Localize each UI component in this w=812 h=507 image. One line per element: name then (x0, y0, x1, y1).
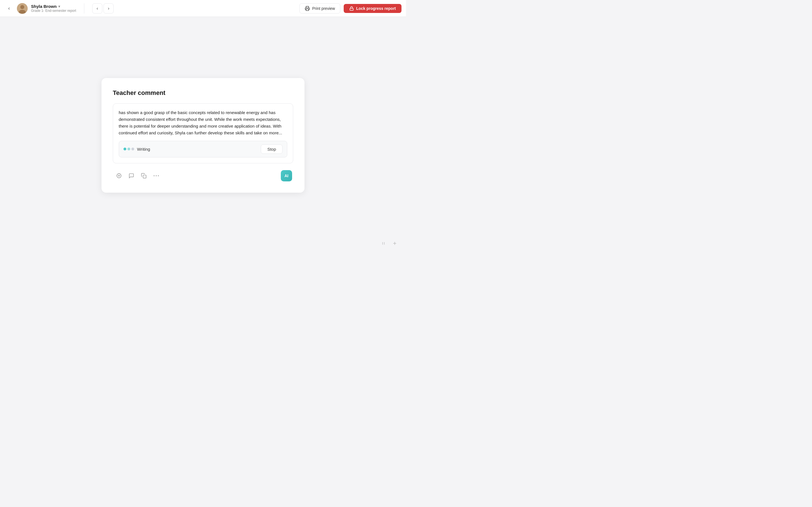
printer-icon (305, 6, 310, 11)
nav-next-button[interactable]: › (103, 3, 114, 13)
main-content: Teacher comment has shown a good grasp o… (0, 17, 406, 253)
lock-report-button[interactable]: Lock progress report (344, 4, 402, 13)
dot-2 (128, 148, 130, 151)
nav-prev-button[interactable]: ‹ (92, 3, 102, 13)
svg-rect-8 (143, 175, 146, 178)
student-name-text: Shyla Brown (31, 4, 57, 9)
comment-text: has shown a good grasp of the basic conc… (119, 109, 287, 136)
writing-label: Writing (137, 147, 150, 152)
bottom-bar (379, 239, 399, 248)
comment-button[interactable] (126, 171, 137, 181)
student-info: Shyla Brown ▾ Grade 1- End-semester repo… (31, 4, 76, 13)
student-name: Shyla Brown ▾ (31, 4, 76, 9)
avatar-image (17, 3, 28, 14)
svg-point-10 (156, 175, 156, 176)
header-left: ‹ Shyla Brown ▾ Grade 1- End-semester re… (4, 3, 299, 14)
writing-status-bar: Writing Stop (119, 141, 287, 158)
writing-status-left: Writing (123, 147, 150, 152)
print-preview-label: Print preview (312, 6, 335, 11)
ai-badge-label: AI (285, 173, 289, 178)
more-options-button[interactable] (151, 171, 161, 181)
copy-button[interactable] (139, 171, 149, 181)
back-button[interactable]: ‹ (4, 4, 13, 13)
lock-report-label: Lock progress report (356, 6, 396, 11)
report-subtitle: Grade 1- End-semester report (31, 9, 76, 13)
dot-3 (132, 148, 134, 151)
avatar (17, 3, 28, 14)
teacher-comment-card: Teacher comment has shown a good grasp o… (101, 78, 305, 193)
header-right: Print preview Lock progress report (299, 3, 402, 13)
print-preview-button[interactable]: Print preview (299, 3, 340, 13)
student-dropdown-arrow[interactable]: ▾ (58, 4, 60, 8)
resize-icon-button[interactable] (379, 239, 388, 248)
dot-1 (123, 148, 126, 151)
add-icon-button[interactable] (390, 239, 399, 248)
header-divider (84, 3, 84, 13)
svg-rect-4 (350, 8, 353, 10)
header: ‹ Shyla Brown ▾ Grade 1- End-semester re… (0, 0, 406, 17)
comment-box: has shown a good grasp of the basic conc… (113, 103, 293, 163)
lock-icon (349, 6, 354, 11)
svg-point-9 (154, 175, 154, 176)
nav-buttons: ‹ › (92, 3, 114, 13)
card-title: Teacher comment (113, 89, 293, 97)
ai-badge-button[interactable]: AI (281, 170, 292, 181)
svg-point-1 (20, 5, 24, 9)
svg-rect-3 (306, 9, 309, 10)
add-button[interactable] (114, 171, 124, 181)
toolbar-left-buttons (114, 171, 161, 181)
editor-toolbar: AI (113, 168, 293, 181)
loading-dots (123, 148, 134, 151)
stop-button[interactable]: Stop (261, 145, 283, 154)
svg-point-11 (158, 175, 159, 176)
